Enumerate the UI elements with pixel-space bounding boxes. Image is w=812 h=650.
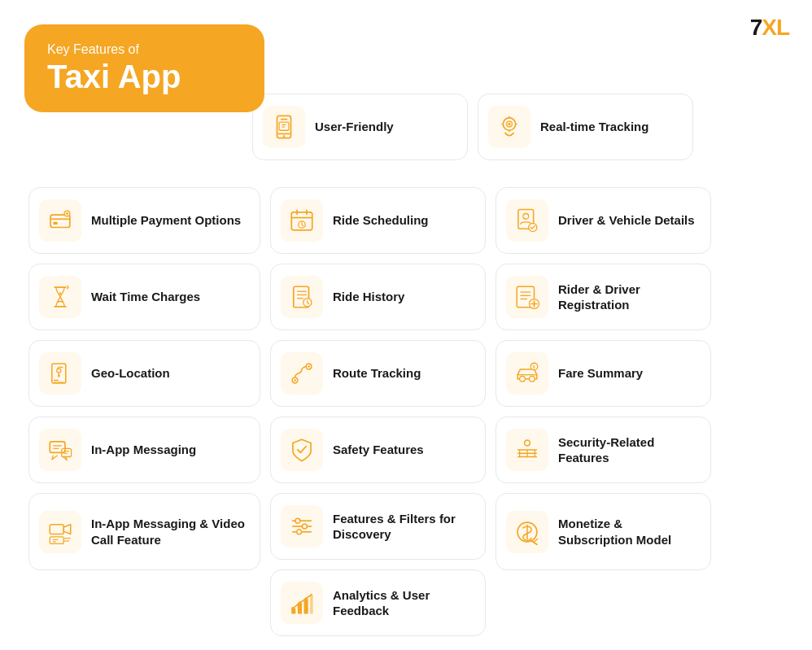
page-wrapper: 7XL Key Features of Taxi App User-Friend… <box>0 0 812 650</box>
realtime-tracking-icon <box>495 113 523 141</box>
icon-box-registration <box>506 276 548 318</box>
svg-point-57 <box>291 607 294 609</box>
icon-box-wait-time <box>39 276 81 318</box>
hourglass-icon <box>46 283 74 311</box>
icon-box-ride-scheduling <box>281 199 323 242</box>
label-wait-time: Wait Time Charges <box>91 289 200 305</box>
sliders-icon <box>288 513 316 540</box>
icon-box-safety <box>281 429 323 471</box>
card-realtime-tracking: Real-time Tracking <box>478 94 693 160</box>
header-main-title: Taxi App <box>47 59 242 94</box>
icon-box-ride-history <box>281 276 323 318</box>
label-filters-discovery: Features & Filters for Discovery <box>333 511 474 543</box>
label-messaging: In-App Messaging <box>91 442 196 458</box>
card-security-features: Security-Related Features <box>495 417 711 483</box>
column-1: Multiple Payment Options Wait Time Charg… <box>28 187 260 636</box>
card-wait-time: Wait Time Charges <box>28 264 260 330</box>
svg-rect-21 <box>50 442 65 453</box>
document-check-icon <box>513 207 541 234</box>
icon-box-monetize <box>506 511 548 553</box>
svg-rect-27 <box>50 524 63 534</box>
icon-box-fare-summary: $ <box>506 352 548 395</box>
label-registration: Rider & Driver Registration <box>558 281 699 313</box>
label-realtime-tracking: Real-time Tracking <box>540 119 648 135</box>
label-security-features: Security-Related Features <box>558 434 699 466</box>
card-geo-location: Geo-Location <box>28 340 260 407</box>
icon-box-driver-vehicle <box>506 199 548 242</box>
svg-point-75 <box>525 440 530 446</box>
chat-icon <box>46 436 74 464</box>
icon-box-realtime-tracking <box>488 106 530 148</box>
label-route-tracking: Route Tracking <box>333 365 421 382</box>
card-analytics-feedback: Analytics & User Feedback <box>270 569 486 636</box>
mobile-icon <box>270 113 298 141</box>
icon-box-geo <box>39 352 81 395</box>
logo-xl: XL <box>762 15 789 40</box>
svg-point-2 <box>283 135 286 137</box>
label-ride-scheduling: Ride Scheduling <box>333 212 429 229</box>
analytics-icon <box>288 589 316 617</box>
label-user-friendly: User-Friendly <box>315 119 394 135</box>
card-registration: Rider & Driver Registration <box>495 264 711 330</box>
column-2: Ride Scheduling Ride History <box>270 187 486 636</box>
column-3: Driver & Vehicle Details Rider & Driver <box>495 187 711 636</box>
svg-point-16 <box>59 292 62 294</box>
icon-box-video-call <box>39 511 81 553</box>
route-icon <box>288 360 316 387</box>
svg-rect-4 <box>279 122 289 130</box>
card-fare-summary: $ Fare Summary <box>495 340 711 407</box>
icon-box-analytics <box>281 582 323 624</box>
icon-box-messaging <box>39 429 81 471</box>
card-payment-options: Multiple Payment Options <box>28 187 260 254</box>
label-safety-features: Safety Features <box>333 442 424 458</box>
payment-icon <box>46 207 74 234</box>
money-icon <box>513 518 541 546</box>
label-ride-history: Ride History <box>333 289 404 305</box>
card-messaging: In-App Messaging <box>28 417 260 483</box>
card-video-call: In-App Messaging & Video Call Feature <box>28 493 260 570</box>
calendar-icon <box>288 207 316 234</box>
label-geo-location: Geo-Location <box>91 365 170 382</box>
card-user-friendly: User-Friendly <box>252 94 468 160</box>
header-block: Key Features of Taxi App <box>24 24 264 112</box>
label-fare-summary: Fare Summary <box>558 365 643 382</box>
shield-icon <box>288 436 316 464</box>
svg-point-58 <box>299 601 301 604</box>
icon-box-user-friendly <box>263 106 305 148</box>
icon-box-security <box>506 429 548 471</box>
svg-point-59 <box>304 597 307 600</box>
card-filters-discovery: Features & Filters for Discovery <box>270 493 486 560</box>
svg-point-50 <box>295 518 300 523</box>
video-chat-icon <box>46 518 74 546</box>
svg-point-71 <box>530 376 535 382</box>
label-payment-options: Multiple Payment Options <box>91 212 241 229</box>
icon-box-route-tracking <box>281 352 323 395</box>
svg-text:$: $ <box>533 364 535 369</box>
label-analytics-feedback: Analytics & User Feedback <box>333 587 474 619</box>
history-icon <box>288 283 316 311</box>
security-icon <box>513 436 541 464</box>
svg-rect-56 <box>310 595 312 614</box>
logo: 7XL <box>750 15 789 41</box>
svg-point-70 <box>520 376 526 382</box>
icon-box-payment <box>39 199 81 242</box>
logo-seven: 7 <box>750 15 762 40</box>
svg-point-51 <box>302 524 307 529</box>
header-sub-title: Key Features of <box>47 42 242 57</box>
register-icon <box>513 283 541 311</box>
top-row: User-Friendly Real-time Tracking <box>252 94 693 160</box>
label-monetize: Monetize & Subscription Model <box>558 516 699 547</box>
icon-box-filters <box>281 505 323 547</box>
label-driver-vehicle: Driver & Vehicle Details <box>558 212 695 229</box>
svg-point-45 <box>294 379 296 382</box>
card-route-tracking: Route Tracking <box>270 340 486 407</box>
card-ride-history: Ride History <box>270 264 486 330</box>
svg-rect-12 <box>54 222 58 225</box>
svg-point-9 <box>508 123 510 125</box>
svg-point-46 <box>308 365 310 368</box>
svg-point-61 <box>523 214 529 220</box>
card-driver-vehicle: Driver & Vehicle Details <box>495 187 711 254</box>
svg-point-18 <box>57 369 61 373</box>
card-monetize: Monetize & Subscription Model <box>495 493 711 570</box>
svg-rect-55 <box>304 599 308 614</box>
